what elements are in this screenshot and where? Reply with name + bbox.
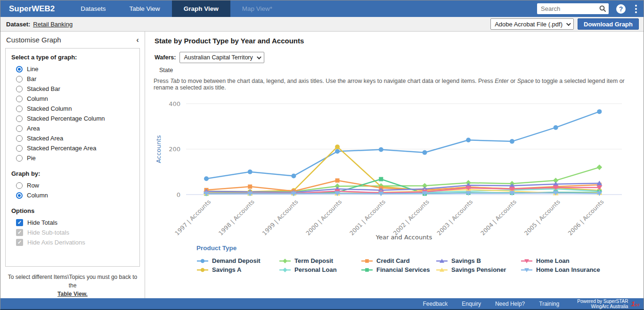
legend-items: Demand DepositSavings ATerm DepositPerso… xyxy=(196,256,644,274)
graph-type-stacked-percentage-column[interactable]: Stacked Percentage Column xyxy=(11,114,134,123)
legend-item-financial-services[interactable]: Financial Services xyxy=(361,265,436,274)
graph-view-main: State by Product Type by Year and Accoun… xyxy=(145,32,644,298)
graph-type-group-label: Select a type of graph: xyxy=(11,54,134,61)
x-tick-label: 1999 | Accounts xyxy=(261,198,300,237)
graph-type-options: LineBarStacked BarColumnStacked ColumnSt… xyxy=(11,64,134,163)
option-hide-totals[interactable]: ✓Hide Totals xyxy=(11,218,134,228)
legend-item-demand-deposit[interactable]: Demand Deposit xyxy=(196,256,279,265)
radio-icon[interactable] xyxy=(16,66,23,73)
y-tick-label: 0 xyxy=(177,191,180,198)
graph-type-area[interactable]: Area xyxy=(11,123,134,133)
x-tick-label: 1998 | Accounts xyxy=(217,198,256,237)
search-input[interactable] xyxy=(537,3,609,14)
radio-icon[interactable] xyxy=(16,96,23,102)
radio-icon[interactable] xyxy=(16,76,23,82)
series-demand-deposit[interactable] xyxy=(204,109,602,181)
footer-link-need-help[interactable]: Need Help? xyxy=(495,301,525,307)
search-icon[interactable] xyxy=(599,5,606,12)
legend-item-savings-b[interactable]: Savings B xyxy=(436,256,521,265)
radio-icon[interactable] xyxy=(16,155,23,162)
y-tick-label: 400 xyxy=(169,100,180,107)
graph-by-column[interactable]: Column xyxy=(11,190,134,200)
graph-by-options: RowColumn xyxy=(11,180,134,200)
legend-item-personal-loan[interactable]: Personal Loan xyxy=(279,265,361,274)
radio-icon[interactable] xyxy=(16,182,23,189)
download-graph-button[interactable]: Download Graph xyxy=(578,18,639,30)
tab-graph-view[interactable]: Graph View xyxy=(172,0,230,17)
x-tick-label: 2004 | Accounts xyxy=(479,198,518,237)
tab-table-view[interactable]: Table View xyxy=(118,0,172,17)
dataset-bar: Dataset: Retail Banking Adobe Acrobat Fi… xyxy=(0,17,644,32)
diamond-marker-icon xyxy=(279,258,291,264)
radio-icon[interactable] xyxy=(16,115,23,122)
legend-item-savings-pensioner[interactable]: Savings Pensioner xyxy=(436,265,521,274)
footer-link-training[interactable]: Training xyxy=(539,301,559,307)
legend-title: Product Type xyxy=(196,245,644,252)
dataset-label: Dataset: xyxy=(6,21,30,28)
radio-icon[interactable] xyxy=(16,106,23,112)
x-tick-label: 2001 | Accounts xyxy=(348,198,387,237)
radio-icon[interactable] xyxy=(16,145,23,152)
legend-item-credit-card[interactable]: Credit Card xyxy=(361,256,436,265)
x-tick-label: 2006 | Accounts xyxy=(566,198,605,237)
export-format-select[interactable]: Adobe Acrobat File (.pdf) xyxy=(490,18,574,30)
option-checkboxes: ✓Hide Totals✓Hide Sub-totals✓Hide Axis D… xyxy=(11,218,134,247)
x-tick-label: 2003 | Accounts xyxy=(435,198,474,237)
top-navigation: SuperWEB2 DatasetsTable ViewGraph ViewMa… xyxy=(0,0,644,17)
x-tick-label: 2000 | Accounts xyxy=(304,198,343,237)
nav-tabs: DatasetsTable ViewGraph ViewMap View* xyxy=(69,0,284,17)
option-hide-sub-totals: ✓Hide Sub-totals xyxy=(11,228,134,237)
graph-type-stacked-percentage-area[interactable]: Stacked Percentage Area xyxy=(11,143,134,153)
chevron-down-icon xyxy=(257,55,261,59)
x-tick-label: 2002 | Accounts xyxy=(392,198,431,237)
graph-type-stacked-column[interactable]: Stacked Column xyxy=(11,104,134,114)
line-chart[interactable]: 0200400Accounts1997 | Accounts1998 | Acc… xyxy=(151,97,641,243)
graph-type-bar[interactable]: Bar xyxy=(11,74,134,84)
search-box xyxy=(537,3,609,14)
checkbox-icon[interactable]: ✓ xyxy=(16,219,23,226)
graph-type-pie[interactable]: Pie xyxy=(11,153,134,163)
graph-by-row[interactable]: Row xyxy=(11,180,134,190)
graph-type-stacked-bar[interactable]: Stacked Bar xyxy=(11,84,134,94)
legend-item-home-loan[interactable]: Home Loan xyxy=(521,256,644,265)
square-marker-icon xyxy=(361,267,373,273)
dataset-link[interactable]: Retail Banking xyxy=(33,21,73,28)
radio-icon[interactable] xyxy=(16,192,23,199)
legend-item-home-loan-insurance[interactable]: Home Loan Insurance xyxy=(521,265,644,274)
panel-title: Customise Graph xyxy=(6,36,61,44)
legend-item-savings-a[interactable]: Savings A xyxy=(196,265,279,274)
diamond-marker-icon xyxy=(279,267,291,273)
footer-link-enquiry[interactable]: Enquiry xyxy=(462,301,481,307)
chevron-down-icon xyxy=(566,21,571,26)
app-logo: SuperWEB2 xyxy=(0,0,69,17)
circle-marker-icon xyxy=(196,267,209,273)
y-axis-title[interactable]: Accounts xyxy=(155,135,162,163)
collapse-panel-icon[interactable]: ‹ xyxy=(136,36,139,44)
app-window: SuperWEB2 DatasetsTable ViewGraph ViewMa… xyxy=(0,0,644,310)
radio-icon[interactable] xyxy=(16,86,23,92)
customise-graph-panel: Customise Graph ‹ Select a type of graph… xyxy=(0,32,145,298)
graph-type-stacked-area[interactable]: Stacked Area xyxy=(11,133,134,143)
triangle-up-marker-icon xyxy=(436,267,448,273)
tab-map-view[interactable]: Map View* xyxy=(230,0,284,17)
table-view-link[interactable]: Table View. xyxy=(57,291,88,297)
triangle-down-marker-icon xyxy=(521,258,533,264)
square-marker-icon xyxy=(361,258,373,264)
tab-datasets[interactable]: Datasets xyxy=(69,0,117,17)
help-icon[interactable]: ? xyxy=(616,4,626,14)
wafer-select[interactable]: Australian Capital Territory xyxy=(179,52,264,63)
superstar-logo: 1ST xyxy=(631,300,640,307)
overflow-menu-icon[interactable] xyxy=(633,3,639,15)
triangle-down-marker-icon xyxy=(521,267,533,273)
radio-icon[interactable] xyxy=(16,125,23,132)
wafer-axis-label: State xyxy=(159,67,644,73)
graph-type-line[interactable]: Line xyxy=(11,64,134,74)
x-axis-title[interactable]: Year and Accounts xyxy=(375,234,432,241)
triangle-up-marker-icon xyxy=(436,258,448,264)
y-tick-label: 200 xyxy=(169,146,180,153)
graph-type-column[interactable]: Column xyxy=(11,94,134,104)
circle-marker-icon xyxy=(196,258,209,264)
footer-link-feedback[interactable]: Feedback xyxy=(423,301,448,307)
legend-item-term-deposit[interactable]: Term Deposit xyxy=(279,256,361,265)
radio-icon[interactable] xyxy=(16,135,23,142)
